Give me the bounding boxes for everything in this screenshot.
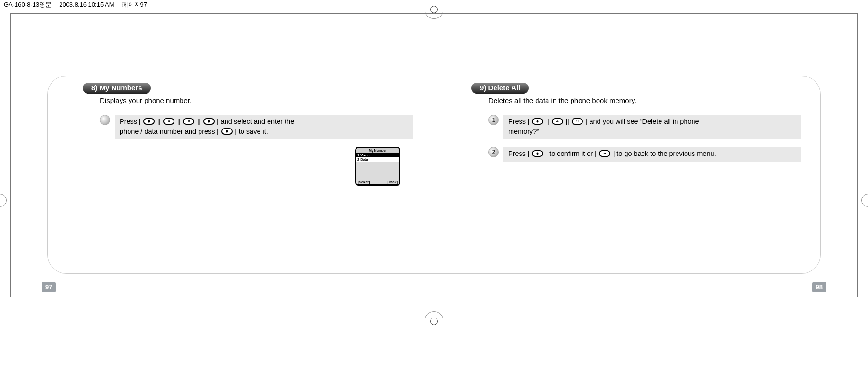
crop-mark-bottom-icon bbox=[425, 311, 443, 330]
phone-title: My Number bbox=[356, 148, 399, 153]
phone-item-voice: 1 Voice bbox=[356, 153, 399, 157]
menu-key-icon bbox=[203, 118, 215, 125]
section-desc-my-numbers: Displays your phone number. bbox=[100, 96, 417, 104]
step-number-icon: 2 bbox=[488, 147, 499, 157]
step-2-text: Press [ ] to confirm it or [ •• ] to go … bbox=[503, 147, 801, 162]
four-key-icon: 4 bbox=[163, 118, 174, 125]
phone-body bbox=[356, 162, 399, 180]
manual-card: 8) My Numbers Displays your phone number… bbox=[47, 76, 821, 274]
phone-softkey-right: [Back] bbox=[388, 181, 398, 184]
crop-mark-left-icon bbox=[0, 194, 7, 207]
four-key-icon: 4 bbox=[552, 118, 563, 125]
header-timestamp: 2003.8.16 10:15 AM bbox=[59, 1, 114, 8]
menu-key-icon bbox=[143, 118, 155, 125]
step-2-row: 2 Press [ ] to confirm it or [ •• ] to g… bbox=[488, 147, 801, 162]
step-number-icon: 1 bbox=[488, 115, 499, 125]
section-title-delete-all: 9) Delete All bbox=[471, 83, 529, 94]
doc-header: GA-160-8-13영문 2003.8.16 10:15 AM 페이지97 bbox=[0, 0, 151, 9]
left-page: 8) My Numbers Displays your phone number… bbox=[62, 83, 417, 259]
phone-softkey-left: [Select] bbox=[358, 181, 370, 184]
section-desc-delete-all: Deletes all the data in the phone book m… bbox=[488, 96, 806, 104]
instruction-text: Press [ ][ 4 ][ 8 ][ ] and select and en… bbox=[115, 115, 413, 139]
phone-softkeys: [Select] [Back] bbox=[356, 180, 399, 184]
back-key-icon: •• bbox=[599, 150, 610, 157]
menu-key-icon bbox=[532, 150, 543, 157]
right-page: 9) Delete All Deletes all the data in th… bbox=[451, 83, 806, 259]
step-1-text: Press [ ][ 4 ][ 9 ] and you will see “De… bbox=[503, 115, 801, 139]
step-1-row: 1 Press [ ][ 4 ][ 9 ] and you will see “… bbox=[488, 115, 801, 139]
page-number-right: 98 bbox=[812, 282, 826, 292]
phone-screen-mock: My Number 1 Voice 2 Data [Select] [Back] bbox=[355, 147, 400, 186]
section-title-my-numbers: 8) My Numbers bbox=[83, 83, 151, 94]
header-pagemarker: 페이지97 bbox=[122, 0, 147, 9]
page-number-left: 97 bbox=[42, 282, 56, 292]
phone-item-data: 2 Data bbox=[356, 157, 399, 162]
menu-key-icon bbox=[532, 118, 543, 125]
crop-mark-right-icon bbox=[861, 194, 868, 207]
instruction-row: Press [ ][ 4 ][ 8 ][ ] and select and en… bbox=[100, 115, 413, 139]
header-filename: GA-160-8-13영문 bbox=[4, 0, 52, 9]
nine-key-icon: 9 bbox=[572, 118, 583, 125]
eight-key-icon: 8 bbox=[183, 118, 194, 125]
menu-key-icon bbox=[221, 128, 233, 135]
bullet-icon bbox=[100, 115, 110, 125]
